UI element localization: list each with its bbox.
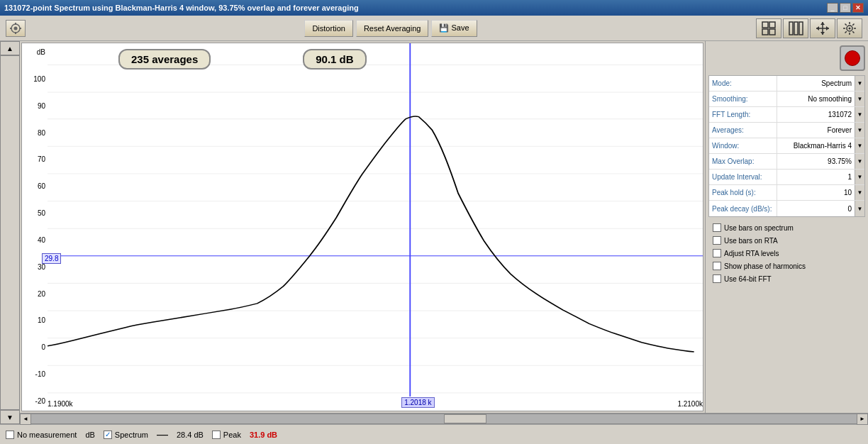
distortion-button[interactable]: Distortion xyxy=(304,20,352,37)
svg-line-28 xyxy=(845,31,847,33)
peak-checkbox[interactable] xyxy=(212,431,221,439)
svg-point-20 xyxy=(849,27,851,29)
status-bar: No measurement dB ✓ Spectrum — 28.4 dB P… xyxy=(0,424,868,444)
y-label-minus10: -10 xyxy=(22,371,48,378)
peak-decay-label: Peak decay (dB/s): xyxy=(709,205,777,213)
toolbar: Distortion Reset Averaging 💾 Save xyxy=(0,16,868,41)
adjust-rta-levels-label: Adjust RTA levels xyxy=(724,250,779,257)
svg-rect-10 xyxy=(789,22,793,35)
y-label-30: 30 xyxy=(22,264,48,271)
settings-row-peak-hold: Peak hold (s): 10 ▼ xyxy=(709,185,864,201)
save-button[interactable]: 💾 Save xyxy=(431,20,477,37)
svg-line-27 xyxy=(852,23,854,25)
main-content: ▲ ▼ dB 100 90 80 70 60 50 40 30 20 xyxy=(0,41,868,424)
horizontal-scrollbar-track[interactable] xyxy=(31,414,857,424)
mode-value: Spectrum xyxy=(777,76,855,91)
peak-hold-arrow[interactable]: ▼ xyxy=(855,185,864,200)
freq-left-label: 1.1900k xyxy=(48,400,73,408)
smoothing-label: Smoothing: xyxy=(709,95,777,103)
y-label-0: 0 xyxy=(22,344,48,351)
no-measurement-item: No measurement xyxy=(6,431,77,439)
svg-rect-2 xyxy=(15,23,16,25)
y-label-40: 40 xyxy=(22,237,48,244)
svg-rect-9 xyxy=(769,29,775,35)
settings-icon-button[interactable] xyxy=(6,20,26,37)
y-label-db: dB xyxy=(22,49,48,56)
peak-value: 31.9 dB xyxy=(250,431,277,439)
smoothing-arrow[interactable]: ▼ xyxy=(855,91,864,106)
show-phase-checkbox[interactable] xyxy=(713,262,721,270)
update-arrow[interactable]: ▼ xyxy=(855,170,864,184)
show-phase-label: Show phase of harmonics xyxy=(724,262,806,270)
svg-rect-5 xyxy=(19,28,21,29)
window-value: Blackman-Harris 4 xyxy=(777,138,855,153)
settings-row-smoothing: Smoothing: No smoothing ▼ xyxy=(709,91,864,107)
use-64bit-fft-checkbox[interactable] xyxy=(713,274,721,283)
spectrum-label: Spectrum xyxy=(115,431,148,439)
window-arrow[interactable]: ▼ xyxy=(855,138,864,153)
gear-icon-button[interactable] xyxy=(837,18,862,38)
settings-row-update: Update Interval: 1 ▼ xyxy=(709,170,864,185)
adjust-rta-levels-checkbox[interactable] xyxy=(713,249,721,257)
scroll-down-button[interactable]: ▼ xyxy=(0,410,20,424)
record-button[interactable] xyxy=(840,45,865,71)
use-bars-spectrum-checkbox[interactable] xyxy=(713,223,721,232)
peak-label: Peak xyxy=(223,431,241,439)
cursor-db-label: 29.8 xyxy=(42,253,61,264)
minimize-button[interactable]: _ xyxy=(827,3,838,13)
title-bar: 131072-point Spectrum using Blackman-Har… xyxy=(0,0,868,16)
averages-arrow[interactable]: ▼ xyxy=(855,123,864,138)
maximize-button[interactable]: □ xyxy=(840,3,851,13)
y-axis-labels: dB 100 90 80 70 60 50 40 30 20 10 0 -10 … xyxy=(22,43,48,411)
y-label-70: 70 xyxy=(22,156,48,163)
overlap-label: Max Overlap: xyxy=(709,157,777,165)
mode-value-wrap: Spectrum ▼ xyxy=(777,76,864,91)
use-bars-rta-label: Use bars on RTA xyxy=(724,237,778,245)
reset-averaging-button[interactable]: Reset Averaging xyxy=(356,20,429,37)
overlap-value: 93.75% xyxy=(777,154,855,169)
freq-right-label: 1.2100k xyxy=(677,400,703,408)
fft-arrow[interactable]: ▼ xyxy=(855,107,864,122)
update-value-wrap: 1 ▼ xyxy=(777,170,864,184)
overlap-arrow[interactable]: ▼ xyxy=(855,154,864,169)
mode-arrow[interactable]: ▼ xyxy=(855,76,864,91)
columns-icon-button[interactable] xyxy=(783,18,808,38)
use-bars-spectrum-label: Use bars on spectrum xyxy=(724,224,794,232)
window-title: 131072-point Spectrum using Blackman-Har… xyxy=(4,4,359,12)
no-measurement-label: No measurement xyxy=(17,431,77,439)
peak-decay-arrow[interactable]: ▼ xyxy=(855,201,864,216)
svg-point-1 xyxy=(14,26,18,30)
checkboxes-panel: Use bars on spectrum Use bars on RTA Adj… xyxy=(708,218,865,288)
bottom-scrollbar: ◄ ► xyxy=(20,413,868,424)
settings-row-overlap: Max Overlap: 93.75% ▼ xyxy=(709,154,864,170)
svg-rect-4 xyxy=(10,28,12,29)
horizontal-scrollbar-thumb[interactable] xyxy=(444,414,486,423)
y-label-80: 80 xyxy=(22,130,48,137)
spectrum-checkbox[interactable]: ✓ xyxy=(104,431,112,439)
update-label: Update Interval: xyxy=(709,173,777,181)
no-measurement-checkbox[interactable] xyxy=(6,431,14,439)
close-button[interactable]: ✕ xyxy=(852,3,864,13)
overlap-value-wrap: 93.75% ▼ xyxy=(777,154,864,169)
use-bars-rta-checkbox[interactable] xyxy=(713,236,721,245)
grid-icon-button[interactable] xyxy=(756,18,781,38)
svg-line-26 xyxy=(852,31,854,33)
averages-value-wrap: Forever ▼ xyxy=(777,123,864,138)
scroll-right-button[interactable]: ► xyxy=(857,414,868,425)
svg-marker-17 xyxy=(816,26,819,30)
svg-rect-3 xyxy=(15,32,16,34)
scroll-up-button[interactable]: ▲ xyxy=(0,41,20,55)
spectrum-chart[interactable] xyxy=(48,43,703,396)
svg-marker-16 xyxy=(820,32,825,35)
vertical-scrollbar-track[interactable] xyxy=(0,55,20,410)
peak-hold-value-wrap: 10 ▼ xyxy=(777,185,864,200)
move-icon-button[interactable] xyxy=(810,18,835,38)
y-label-50: 50 xyxy=(22,210,48,217)
checkbox-row-phase: Show phase of harmonics xyxy=(713,260,861,272)
svg-rect-11 xyxy=(794,22,798,35)
y-label-10: 10 xyxy=(22,317,48,324)
peak-hold-label: Peak hold (s): xyxy=(709,189,777,196)
window-value-wrap: Blackman-Harris 4 ▼ xyxy=(777,138,864,153)
scroll-left-button[interactable]: ◄ xyxy=(20,414,31,425)
y-label-100: 100 xyxy=(22,76,48,83)
